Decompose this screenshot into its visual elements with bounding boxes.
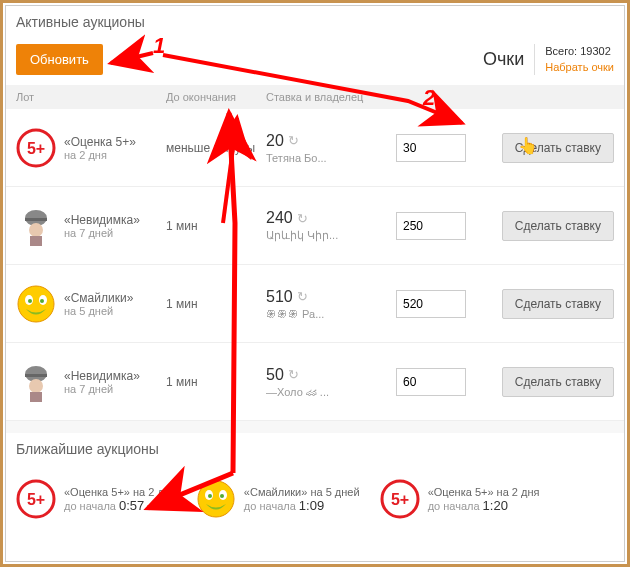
- section-upcoming-title: Ближайшие аукционы: [6, 433, 624, 465]
- lot-icon: [380, 479, 420, 519]
- lot-icon: [16, 479, 56, 519]
- points-label: Очки: [483, 49, 524, 70]
- points-total: Всего: 19302: [545, 44, 614, 59]
- lot-duration: на 7 дней: [64, 227, 140, 239]
- bid-input[interactable]: [396, 134, 466, 162]
- upcoming-name: «Оценка 5+» на 2 дня: [428, 486, 540, 498]
- lot-icon: [16, 128, 56, 168]
- table-row: «Оценка 5+»на 2 дняменьше минуты20 ↻Тетя…: [6, 109, 624, 187]
- section-active-title: Активные аукционы: [6, 6, 624, 38]
- bid-amount: 510 ↻: [266, 288, 396, 306]
- time-remaining: 1 мин: [166, 219, 266, 233]
- bid-owner: Тетяна Бо...: [266, 152, 396, 164]
- table-row: «Смайлики»на 5 дней1 мин510 ↻֍֍֍ Ра...Сд…: [6, 265, 624, 343]
- table-row: «Невидимка»на 7 дней1 мин240 ↻Արևիկ Կիր.…: [6, 187, 624, 265]
- time-remaining: 1 мин: [166, 375, 266, 389]
- lot-duration: на 7 дней: [64, 383, 140, 395]
- bid-input[interactable]: [396, 212, 466, 240]
- lot-duration: на 2 дня: [64, 149, 136, 161]
- refresh-icon: ↻: [288, 133, 299, 148]
- lot-icon: [16, 284, 56, 324]
- refresh-icon: ↻: [297, 211, 308, 226]
- lot-icon: [16, 362, 56, 402]
- bid-amount: 50 ↻: [266, 366, 396, 384]
- time-remaining: 1 мин: [166, 297, 266, 311]
- earn-points-link[interactable]: Набрать очки: [545, 60, 614, 75]
- lot-icon: [196, 479, 236, 519]
- upcoming-item[interactable]: «Оценка 5+» на 2 днядо начала 1:20: [380, 479, 540, 519]
- bid-owner: ֍֍֍ Ра...: [266, 308, 396, 320]
- upcoming-item[interactable]: «Смайлики» на 5 днейдо начала 1:09: [196, 479, 360, 519]
- header-time: До окончания: [166, 91, 266, 103]
- place-bid-button[interactable]: Сделать ставку: [502, 289, 614, 319]
- table-header: Лот До окончания Ставка и владелец: [6, 85, 624, 109]
- refresh-icon: ↻: [297, 289, 308, 304]
- lot-duration: на 5 дней: [64, 305, 133, 317]
- lot-name: «Смайлики»: [64, 291, 133, 305]
- bid-amount: 20 ↻: [266, 132, 396, 150]
- header-bid: Ставка и владелец: [266, 91, 396, 103]
- upcoming-timer: до начала 0:57: [64, 498, 176, 513]
- refresh-button[interactable]: Обновить: [16, 44, 103, 75]
- bid-owner: Արևիկ Կիր...: [266, 229, 396, 242]
- lot-name: «Оценка 5+»: [64, 135, 136, 149]
- place-bid-button[interactable]: Сделать ставку: [502, 211, 614, 241]
- bid-owner: —Холо 🏎 ...: [266, 386, 396, 398]
- upcoming-name: «Смайлики» на 5 дней: [244, 486, 360, 498]
- lot-name: «Невидимка»: [64, 213, 140, 227]
- header-lot: Лот: [16, 91, 166, 103]
- table-row: «Невидимка»на 7 дней1 мин50 ↻—Холо 🏎 ...…: [6, 343, 624, 421]
- upcoming-name: «Оценка 5+» на 2 дня: [64, 486, 176, 498]
- bid-amount: 240 ↻: [266, 209, 396, 227]
- time-remaining: меньше минуты: [166, 141, 266, 155]
- place-bid-button[interactable]: Сделать ставку: [502, 133, 614, 163]
- bid-input[interactable]: [396, 368, 466, 396]
- lot-icon: [16, 206, 56, 246]
- upcoming-timer: до начала 1:20: [428, 498, 540, 513]
- place-bid-button[interactable]: Сделать ставку: [502, 367, 614, 397]
- refresh-icon: ↻: [288, 367, 299, 382]
- upcoming-timer: до начала 1:09: [244, 498, 360, 513]
- lot-name: «Невидимка»: [64, 369, 140, 383]
- bid-input[interactable]: [396, 290, 466, 318]
- upcoming-item[interactable]: «Оценка 5+» на 2 днядо начала 0:57: [16, 479, 176, 519]
